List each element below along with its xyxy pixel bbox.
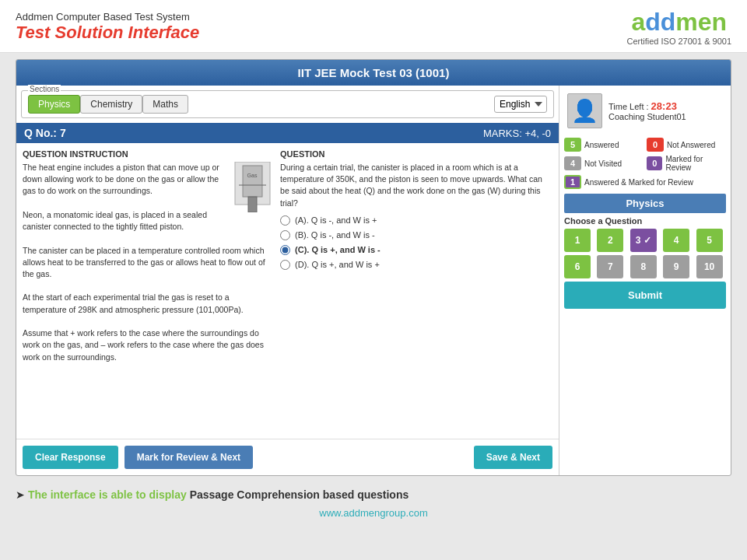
avatar: 👤 — [567, 93, 602, 128]
time-display: Time Left : 28:23 — [608, 100, 686, 112]
language-select[interactable]: English Hindi — [494, 96, 547, 113]
submit-button[interactable]: Submit — [564, 282, 726, 309]
option-b-radio[interactable] — [280, 230, 290, 240]
avatar-icon: 👤 — [571, 98, 598, 124]
question-grid: 1 2 3 ✓ 4 5 6 7 8 9 10 — [564, 229, 726, 278]
q-btn-9[interactable]: 9 — [663, 255, 689, 278]
section-chemistry[interactable]: Chemistry — [80, 95, 142, 114]
svg-rect-2 — [248, 197, 257, 212]
option-d-label: (D). Q is +, and W is + — [295, 260, 380, 269]
student-details: Time Left : 28:23 Coaching Student01 — [608, 100, 686, 121]
website: www.addmengroup.com — [0, 507, 747, 522]
piston-image: Gas — [231, 162, 274, 215]
instruction-title: QUESTION INSTRUCTION — [23, 149, 274, 159]
legend-not-visited: 4 Not Visited — [564, 155, 644, 172]
clear-response-button[interactable]: Clear Response — [23, 446, 118, 469]
content-area: Sections Physics Chemistry Maths English… — [16, 86, 731, 475]
q-btn-4[interactable]: 4 — [663, 229, 689, 252]
not-visited-label: Not Visited — [584, 159, 622, 168]
piston-diagram: Gas — [231, 162, 274, 212]
option-b[interactable]: (B). Q is -, and W is - — [280, 230, 552, 240]
option-a-radio[interactable] — [280, 215, 290, 226]
q-btn-8[interactable]: 8 — [630, 255, 657, 278]
student-name: Coaching Student01 — [608, 112, 686, 121]
main-container: IIT JEE Mock Test 03 (1001) Sections Phy… — [16, 59, 731, 476]
answered-marked-label: Answered & Marked for Review — [584, 178, 693, 187]
sections-label: Sections — [28, 85, 61, 93]
answered-badge: 5 — [564, 138, 581, 152]
marked-badge: 0 — [647, 156, 662, 170]
header-right: addmen Certified ISO 27001 & 9001 — [626, 8, 731, 46]
option-c[interactable]: (C). Q is +, and W is - — [280, 245, 552, 255]
bottom-note-green: The interface is able to display — [28, 488, 190, 501]
question-column: QUESTION During a certain trial, the can… — [280, 149, 552, 432]
question-header: Q No.: 7 MARKS: +4, -0 — [16, 123, 559, 143]
question-body: QUESTION INSTRUCTION Gas The heat engine… — [16, 143, 559, 439]
right-panel: 👤 Time Left : 28:23 Coaching Student01 5… — [559, 86, 731, 475]
legend-answered-marked: 1 Answered & Marked for Review — [564, 175, 726, 189]
sub-title: Test Solution Interface — [16, 23, 199, 43]
answered-label: Answered — [584, 141, 619, 149]
student-info: 👤 Time Left : 28:23 Coaching Student01 — [564, 90, 726, 131]
q-btn-2[interactable]: 2 — [597, 229, 623, 252]
q-btn-10[interactable]: 10 — [696, 255, 723, 278]
option-a-label: (A). Q is -, and W is + — [295, 215, 377, 225]
save-next-button[interactable]: Save & Next — [474, 446, 552, 469]
header-left: Addmen Computer Based Test System Test S… — [16, 11, 199, 43]
time-label: Time Left : — [608, 102, 651, 111]
q-btn-6[interactable]: 6 — [564, 255, 591, 278]
logo: addmen — [626, 8, 731, 37]
q-btn-1[interactable]: 1 — [564, 229, 591, 252]
q-btn-7[interactable]: 7 — [597, 255, 623, 278]
q-btn-3[interactable]: 3 ✓ — [630, 229, 657, 252]
section-physics[interactable]: Physics — [28, 95, 80, 114]
option-c-radio[interactable] — [280, 245, 290, 255]
option-c-label: (C). Q is +, and W is - — [295, 245, 381, 254]
marked-label: Marked for Review — [665, 155, 726, 172]
option-b-label: (B). Q is -, and W is - — [295, 230, 375, 240]
q-btn-5[interactable]: 5 — [696, 229, 723, 252]
sections-bar: Sections Physics Chemistry Maths English… — [21, 90, 554, 118]
not-answered-label: Not Answered — [667, 141, 715, 149]
answered-marked-badge: 1 — [564, 175, 581, 189]
svg-text:Gas: Gas — [247, 173, 258, 178]
svg-rect-1 — [243, 166, 262, 197]
not-visited-badge: 4 — [564, 156, 581, 170]
option-d-radio[interactable] — [280, 260, 290, 270]
mark-review-button[interactable]: Mark for Review & Next — [124, 446, 253, 469]
not-answered-badge: 0 — [647, 138, 664, 152]
question-number: Q No.: 7 — [24, 127, 66, 139]
left-panel: Sections Physics Chemistry Maths English… — [16, 86, 559, 475]
top-header: Addmen Computer Based Test System Test S… — [0, 0, 747, 53]
bottom-note-bold: Passage Comprehension based questions — [190, 488, 409, 501]
question-marks: MARKS: +4, -0 — [483, 128, 551, 139]
bottom-buttons: Clear Response Mark for Review & Next Sa… — [16, 439, 559, 475]
time-value: 28:23 — [651, 100, 677, 112]
question-text: During a certain trial, the canister is … — [280, 162, 552, 209]
section-maths[interactable]: Maths — [142, 95, 188, 114]
legend-grid: 5 Answered 0 Not Answered 4 Not Visited … — [564, 138, 726, 189]
option-a[interactable]: (A). Q is -, and W is + — [280, 215, 552, 226]
option-d[interactable]: (D). Q is +, and W is + — [280, 260, 552, 270]
app-title: Addmen Computer Based Test System — [16, 11, 199, 23]
question-title: QUESTION — [280, 149, 552, 159]
bottom-note: ➤ The interface is able to display Passa… — [0, 482, 747, 507]
legend-marked: 0 Marked for Review — [647, 155, 726, 172]
legend-answered: 5 Answered — [564, 138, 644, 152]
certified-text: Certified ISO 27001 & 9001 — [626, 37, 731, 46]
subject-header: Physics — [564, 194, 726, 213]
test-header: IIT JEE Mock Test 03 (1001) — [16, 60, 731, 86]
instruction-column: QUESTION INSTRUCTION Gas The heat engine… — [23, 149, 274, 432]
choose-label: Choose a Question — [564, 216, 726, 226]
legend-not-answered: 0 Not Answered — [647, 138, 726, 152]
